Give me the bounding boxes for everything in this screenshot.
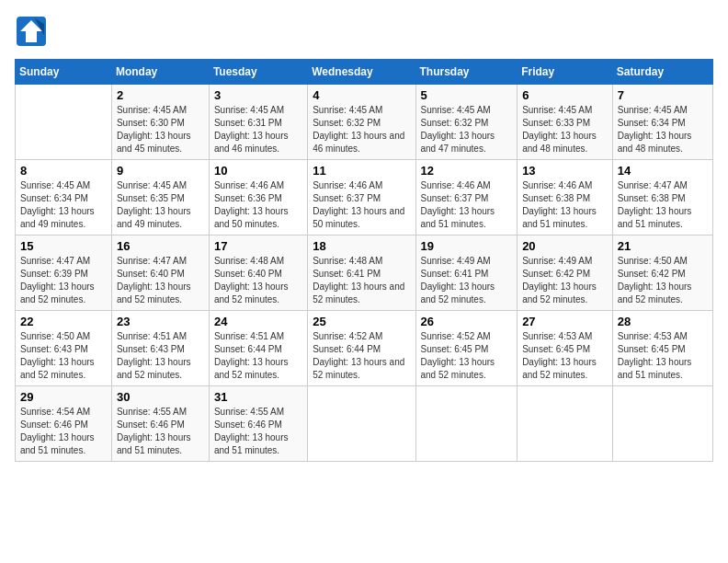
calendar-cell: 7Sunrise: 4:45 AMSunset: 6:34 PMDaylight…: [612, 85, 712, 160]
day-info: Sunrise: 4:45 AMSunset: 6:34 PMDaylight:…: [20, 179, 107, 231]
calendar-cell: 5Sunrise: 4:45 AMSunset: 6:32 PMDaylight…: [415, 85, 518, 160]
day-info: Sunrise: 4:45 AMSunset: 6:34 PMDaylight:…: [618, 104, 708, 155]
day-number: 5: [421, 88, 513, 102]
calendar-cell: 22Sunrise: 4:50 AMSunset: 6:43 PMDayligh…: [16, 311, 112, 386]
calendar-cell: 18Sunrise: 4:48 AMSunset: 6:41 PMDayligh…: [308, 236, 415, 311]
day-number: 15: [20, 239, 107, 253]
day-info: Sunrise: 4:51 AMSunset: 6:44 PMDaylight:…: [214, 330, 302, 382]
calendar-cell: 11Sunrise: 4:46 AMSunset: 6:37 PMDayligh…: [308, 160, 415, 236]
day-info: Sunrise: 4:45 AMSunset: 6:31 PMDaylight:…: [214, 104, 302, 155]
day-info: Sunrise: 4:52 AMSunset: 6:44 PMDaylight:…: [313, 330, 410, 382]
day-info: Sunrise: 4:48 AMSunset: 6:40 PMDaylight:…: [214, 255, 302, 306]
calendar-cell: 23Sunrise: 4:51 AMSunset: 6:43 PMDayligh…: [111, 311, 209, 386]
week-row-3: 15Sunrise: 4:47 AMSunset: 6:39 PMDayligh…: [16, 236, 713, 311]
day-info: Sunrise: 4:47 AMSunset: 6:39 PMDaylight:…: [20, 255, 107, 306]
day-info: Sunrise: 4:46 AMSunset: 6:36 PMDaylight:…: [214, 179, 302, 231]
day-number: 11: [313, 164, 410, 178]
day-number: 23: [117, 315, 204, 328]
day-number: 16: [117, 239, 204, 253]
column-header-monday: Monday: [111, 60, 209, 85]
week-row-1: 2Sunrise: 4:45 AMSunset: 6:30 PMDaylight…: [16, 85, 713, 160]
calendar-cell: 29Sunrise: 4:54 AMSunset: 6:46 PMDayligh…: [16, 386, 112, 462]
calendar-cell: 26Sunrise: 4:52 AMSunset: 6:45 PMDayligh…: [415, 311, 518, 386]
day-number: 17: [214, 239, 302, 253]
calendar-cell: [415, 386, 518, 462]
day-info: Sunrise: 4:50 AMSunset: 6:43 PMDaylight:…: [20, 330, 107, 382]
day-info: Sunrise: 4:50 AMSunset: 6:42 PMDaylight:…: [618, 255, 708, 306]
day-number: 31: [214, 390, 302, 404]
calendar-cell: 16Sunrise: 4:47 AMSunset: 6:40 PMDayligh…: [111, 236, 209, 311]
day-info: Sunrise: 4:49 AMSunset: 6:41 PMDaylight:…: [421, 255, 513, 306]
logo: [15, 15, 51, 52]
calendar-cell: 31Sunrise: 4:55 AMSunset: 6:46 PMDayligh…: [209, 386, 307, 462]
day-info: Sunrise: 4:53 AMSunset: 6:45 PMDaylight:…: [522, 330, 608, 382]
day-number: 10: [214, 164, 302, 178]
day-info: Sunrise: 4:45 AMSunset: 6:32 PMDaylight:…: [313, 104, 410, 155]
calendar-body: 2Sunrise: 4:45 AMSunset: 6:30 PMDaylight…: [16, 85, 713, 462]
week-row-4: 22Sunrise: 4:50 AMSunset: 6:43 PMDayligh…: [16, 311, 713, 386]
column-header-wednesday: Wednesday: [308, 60, 415, 85]
day-number: 18: [313, 239, 410, 253]
calendar-cell: 24Sunrise: 4:51 AMSunset: 6:44 PMDayligh…: [209, 311, 307, 386]
calendar-cell: 8Sunrise: 4:45 AMSunset: 6:34 PMDaylight…: [16, 160, 112, 236]
column-header-tuesday: Tuesday: [209, 60, 307, 85]
calendar-cell: 14Sunrise: 4:47 AMSunset: 6:38 PMDayligh…: [612, 160, 712, 236]
calendar-cell: 12Sunrise: 4:46 AMSunset: 6:37 PMDayligh…: [415, 160, 518, 236]
calendar-cell: 10Sunrise: 4:46 AMSunset: 6:36 PMDayligh…: [209, 160, 307, 236]
page-header: [15, 15, 713, 52]
day-info: Sunrise: 4:49 AMSunset: 6:42 PMDaylight:…: [522, 255, 608, 306]
day-number: 26: [421, 315, 513, 328]
day-number: 28: [618, 315, 708, 328]
calendar-header-row: SundayMondayTuesdayWednesdayThursdayFrid…: [16, 60, 713, 85]
calendar-cell: [612, 386, 712, 462]
day-info: Sunrise: 4:51 AMSunset: 6:43 PMDaylight:…: [117, 330, 204, 382]
calendar-cell: 27Sunrise: 4:53 AMSunset: 6:45 PMDayligh…: [518, 311, 613, 386]
day-number: 13: [522, 164, 608, 178]
day-number: 9: [117, 164, 204, 178]
calendar-cell: 17Sunrise: 4:48 AMSunset: 6:40 PMDayligh…: [209, 236, 307, 311]
week-row-5: 29Sunrise: 4:54 AMSunset: 6:46 PMDayligh…: [16, 386, 713, 462]
day-info: Sunrise: 4:53 AMSunset: 6:45 PMDaylight:…: [618, 330, 708, 382]
day-number: 2: [117, 88, 204, 102]
day-info: Sunrise: 4:55 AMSunset: 6:46 PMDaylight:…: [214, 406, 302, 457]
day-number: 21: [618, 239, 708, 253]
calendar-cell: 15Sunrise: 4:47 AMSunset: 6:39 PMDayligh…: [16, 236, 112, 311]
day-number: 6: [522, 88, 608, 102]
day-info: Sunrise: 4:55 AMSunset: 6:46 PMDaylight:…: [117, 406, 204, 457]
day-info: Sunrise: 4:52 AMSunset: 6:45 PMDaylight:…: [421, 330, 513, 382]
day-info: Sunrise: 4:47 AMSunset: 6:38 PMDaylight:…: [618, 179, 708, 231]
day-info: Sunrise: 4:54 AMSunset: 6:46 PMDaylight:…: [20, 406, 107, 457]
day-number: 25: [313, 315, 410, 328]
day-info: Sunrise: 4:46 AMSunset: 6:37 PMDaylight:…: [421, 179, 513, 231]
calendar-cell: 19Sunrise: 4:49 AMSunset: 6:41 PMDayligh…: [415, 236, 518, 311]
day-number: 30: [117, 390, 204, 404]
day-number: 4: [313, 88, 410, 102]
day-number: 3: [214, 88, 302, 102]
day-info: Sunrise: 4:45 AMSunset: 6:30 PMDaylight:…: [117, 104, 204, 155]
day-number: 27: [522, 315, 608, 328]
calendar-cell: 21Sunrise: 4:50 AMSunset: 6:42 PMDayligh…: [612, 236, 712, 311]
column-header-thursday: Thursday: [415, 60, 518, 85]
week-row-2: 8Sunrise: 4:45 AMSunset: 6:34 PMDaylight…: [16, 160, 713, 236]
day-info: Sunrise: 4:46 AMSunset: 6:37 PMDaylight:…: [313, 179, 410, 231]
day-info: Sunrise: 4:46 AMSunset: 6:38 PMDaylight:…: [522, 179, 608, 231]
calendar-cell: 13Sunrise: 4:46 AMSunset: 6:38 PMDayligh…: [518, 160, 613, 236]
calendar-cell: [308, 386, 415, 462]
calendar-table: SundayMondayTuesdayWednesdayThursdayFrid…: [15, 59, 713, 462]
day-number: 29: [20, 390, 107, 404]
calendar-cell: 30Sunrise: 4:55 AMSunset: 6:46 PMDayligh…: [111, 386, 209, 462]
day-number: 12: [421, 164, 513, 178]
day-info: Sunrise: 4:48 AMSunset: 6:41 PMDaylight:…: [313, 255, 410, 306]
day-number: 19: [421, 239, 513, 253]
column-header-friday: Friday: [518, 60, 613, 85]
column-header-saturday: Saturday: [612, 60, 712, 85]
day-number: 14: [618, 164, 708, 178]
calendar-cell: 25Sunrise: 4:52 AMSunset: 6:44 PMDayligh…: [308, 311, 415, 386]
day-number: 8: [20, 164, 107, 178]
calendar-cell: 6Sunrise: 4:45 AMSunset: 6:33 PMDaylight…: [518, 85, 613, 160]
calendar-cell: [16, 85, 112, 160]
day-info: Sunrise: 4:47 AMSunset: 6:40 PMDaylight:…: [117, 255, 204, 306]
day-number: 22: [20, 315, 107, 328]
calendar-cell: [518, 386, 613, 462]
day-number: 20: [522, 239, 608, 253]
